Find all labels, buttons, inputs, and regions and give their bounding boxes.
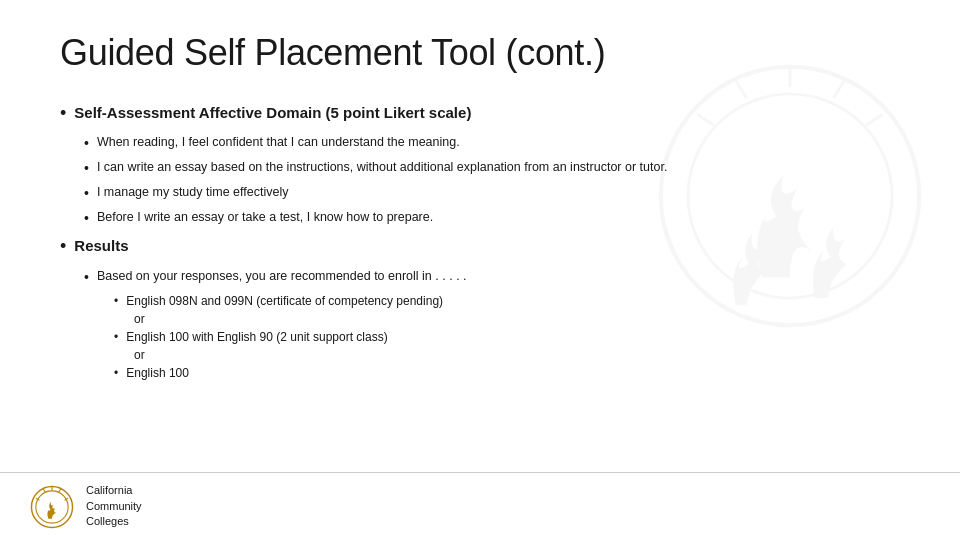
sub-item-3-text: I manage my study time effectively xyxy=(97,183,289,202)
option-3: • English 100 xyxy=(114,364,900,382)
option-2-text: English 100 with English 90 (2 unit supp… xyxy=(126,328,387,346)
sub-item-3: • I manage my study time effectively xyxy=(84,183,900,204)
self-assessment-subitems: • When reading, I feel confident that I … xyxy=(84,133,900,229)
sub-item-4: • Before I write an essay or take a test… xyxy=(84,208,900,229)
or-text-1: or xyxy=(134,312,900,326)
sub-item-2-text: I can write an essay based on the instru… xyxy=(97,158,667,177)
sub-item-1: • When reading, I feel confident that I … xyxy=(84,133,900,154)
footer-line-2: Community xyxy=(86,499,142,514)
results-sub-bullet-dot: • xyxy=(84,267,89,288)
footer-line-3: Colleges xyxy=(86,514,142,529)
slide-container: Guided Self Placement Tool (cont.) • Sel… xyxy=(0,0,960,540)
sub-item-4-text: Before I write an essay or take a test, … xyxy=(97,208,433,227)
option-2: • English 100 with English 90 (2 unit su… xyxy=(114,328,900,346)
bullet-dot-results: • xyxy=(60,235,66,258)
bullet-dot-1: • xyxy=(60,102,66,125)
section-results: • Results xyxy=(60,235,900,258)
section-self-assessment-label: Self-Assessment Affective Domain (5 poin… xyxy=(74,102,471,123)
enrollment-options: • English 098N and 099N (certificate of … xyxy=(114,292,900,382)
results-sub-item-text: Based on your responses, you are recomme… xyxy=(97,267,467,286)
option-2-dot: • xyxy=(114,328,118,346)
section-results-label: Results xyxy=(74,235,128,256)
sub-bullet-dot-2: • xyxy=(84,158,89,179)
slide-footer: California Community Colleges xyxy=(0,472,960,540)
sub-bullet-dot-4: • xyxy=(84,208,89,229)
option-3-text: English 100 xyxy=(126,364,189,382)
sub-item-2: • I can write an essay based on the inst… xyxy=(84,158,900,179)
option-1-dot: • xyxy=(114,292,118,310)
option-1: • English 098N and 099N (certificate of … xyxy=(114,292,900,310)
results-sub-item-1: • Based on your responses, you are recom… xyxy=(84,267,900,288)
footer-line-1: California xyxy=(86,483,142,498)
sub-bullet-dot-3: • xyxy=(84,183,89,204)
sub-item-1-text: When reading, I feel confident that I ca… xyxy=(97,133,460,152)
option-3-dot: • xyxy=(114,364,118,382)
results-subitems: • Based on your responses, you are recom… xyxy=(84,267,900,382)
slide-content: Guided Self Placement Tool (cont.) • Sel… xyxy=(0,0,960,472)
footer-org-name: California Community Colleges xyxy=(86,483,142,529)
svg-line-10 xyxy=(59,488,61,492)
section-self-assessment: • Self-Assessment Affective Domain (5 po… xyxy=(60,102,900,125)
or-text-2: or xyxy=(134,348,900,362)
svg-line-11 xyxy=(43,488,45,492)
slide-title: Guided Self Placement Tool (cont.) xyxy=(60,32,900,74)
sub-bullet-dot-1: • xyxy=(84,133,89,154)
option-1-text: English 098N and 099N (certificate of co… xyxy=(126,292,443,310)
footer-logo xyxy=(30,485,74,529)
